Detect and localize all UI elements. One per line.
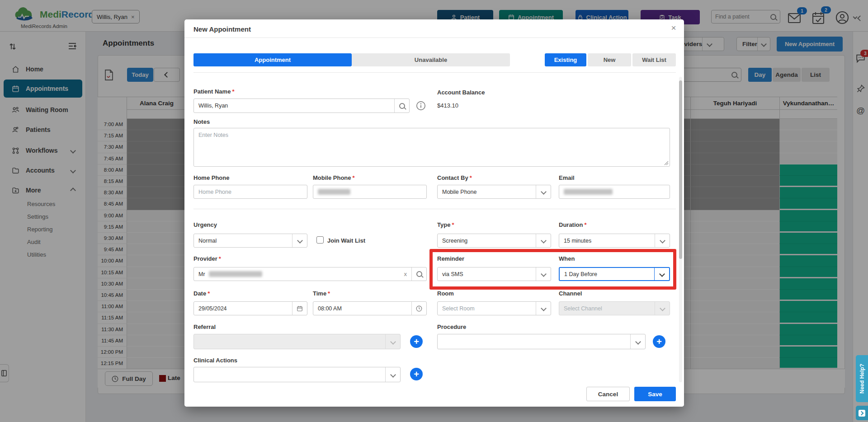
chevron-down-icon: [541, 271, 547, 277]
contact-by-label: Contact By*: [437, 174, 472, 181]
need-help-expand-button[interactable]: [856, 406, 868, 420]
add-clinical-action-button[interactable]: +: [410, 368, 423, 380]
resize-handle[interactable]: [664, 161, 669, 165]
clinical-actions-label: Clinical Actions: [193, 357, 237, 364]
type-label: Type*: [437, 221, 454, 228]
search-icon: [416, 271, 422, 277]
redacted-value: [209, 271, 262, 277]
clear-icon[interactable]: x: [400, 271, 412, 277]
modal-close-icon[interactable]: ×: [668, 23, 679, 33]
date-input[interactable]: 29/05/2024: [193, 301, 307, 315]
provider-input[interactable]: Mr x: [193, 267, 427, 281]
tab-new[interactable]: New: [588, 53, 631, 66]
room-select[interactable]: Select Room: [437, 301, 551, 315]
chevron-down-icon: [541, 238, 547, 244]
section-divider: [193, 209, 676, 209]
screen: MediRecords MediRecords Admin Willis, Ry…: [0, 0, 868, 422]
notes-textarea[interactable]: Enter Notes: [193, 128, 670, 167]
calendar-icon: [297, 305, 303, 312]
urgency-label: Urgency: [193, 221, 217, 228]
account-balance-value: $413.10: [437, 102, 458, 109]
duration-select[interactable]: 15 minutes: [559, 234, 670, 248]
channel-label: Channel: [559, 290, 582, 297]
search-icon: [399, 103, 405, 109]
chevron-down-icon: [659, 271, 665, 277]
chevron-down-icon: [541, 305, 547, 311]
type-select[interactable]: Screening: [437, 234, 551, 248]
reminder-select[interactable]: via SMS: [437, 267, 551, 281]
duration-label: Duration*: [559, 221, 587, 228]
chevron-down-icon: [297, 238, 303, 244]
chevron-down-icon: [660, 305, 665, 311]
notes-label: Notes: [193, 118, 210, 125]
referral-select: [193, 334, 401, 349]
procedure-label: Procedure: [437, 324, 466, 330]
need-help-tab[interactable]: Need Help?: [856, 355, 868, 402]
channel-select: Select Channel: [559, 301, 670, 315]
tab-unavailable[interactable]: Unavailable: [352, 53, 510, 66]
clock-icon: [416, 305, 422, 312]
account-balance-label: Account Balance: [437, 89, 485, 96]
time-label: Time*: [313, 290, 330, 297]
date-label: Date*: [193, 290, 210, 297]
urgency-select[interactable]: Normal: [193, 234, 307, 248]
chevron-down-icon: [541, 189, 547, 195]
time-input[interactable]: 08:00 AM: [313, 301, 427, 315]
join-wait-list-label: Join Wait List: [327, 237, 365, 244]
provider-label: Provider*: [193, 255, 221, 262]
cancel-button[interactable]: Cancel: [586, 387, 630, 401]
modal-scrollbar-thumb[interactable]: [679, 80, 682, 259]
new-appointment-modal: New Appointment × Appointment Unavailabl…: [184, 19, 684, 407]
expand-icon: [859, 410, 865, 417]
email-input[interactable]: [559, 185, 670, 199]
home-phone-input[interactable]: Home Phone: [193, 185, 307, 199]
chevron-down-icon: [390, 372, 396, 378]
contact-by-select[interactable]: Mobile Phone: [437, 185, 551, 199]
when-select[interactable]: 1 Day Before: [559, 267, 670, 281]
save-button[interactable]: Save: [634, 387, 676, 401]
tabs-divider: [193, 72, 676, 73]
mobile-phone-input[interactable]: [313, 185, 427, 199]
patient-name-label: Patient Name*: [193, 88, 234, 95]
modal-title: New Appointment: [193, 25, 251, 33]
tab-wait-list[interactable]: Wait List: [632, 53, 676, 66]
add-procedure-button[interactable]: +: [653, 335, 665, 348]
patient-name-input[interactable]: Willis, Ryan: [193, 98, 410, 113]
chevron-down-icon: [635, 339, 641, 345]
add-referral-button[interactable]: +: [410, 335, 423, 348]
mobile-phone-label: Mobile Phone*: [313, 174, 355, 181]
reminder-label: Reminder: [437, 255, 464, 262]
modal-header-divider: [184, 38, 684, 38]
clinical-actions-select[interactable]: [193, 367, 401, 382]
tab-appointment[interactable]: Appointment: [193, 53, 352, 66]
redacted-value: [564, 189, 613, 195]
home-phone-label: Home Phone: [193, 174, 229, 181]
redacted-value: [318, 189, 350, 195]
join-wait-list-checkbox[interactable]: [316, 236, 324, 244]
chevron-down-icon: [660, 238, 665, 244]
when-label: When: [559, 255, 575, 262]
info-icon[interactable]: [416, 101, 426, 111]
email-label: Email: [559, 174, 575, 181]
room-label: Room: [437, 290, 454, 297]
procedure-select[interactable]: [437, 334, 646, 349]
referral-label: Referral: [193, 324, 216, 330]
tab-existing[interactable]: Existing: [545, 53, 586, 66]
chevron-down-icon: [390, 339, 396, 345]
